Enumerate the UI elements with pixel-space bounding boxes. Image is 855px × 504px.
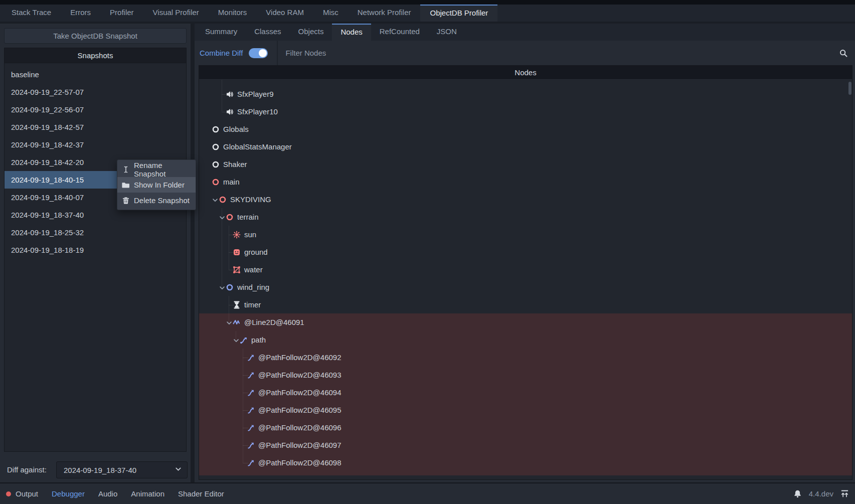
collapse-chevron-icon[interactable]: [226, 319, 233, 326]
ibeam-icon: [122, 165, 130, 174]
tree-node-row[interactable]: ground: [199, 243, 852, 261]
take-snapshot-button[interactable]: Take ObjectDB Snapshot: [4, 28, 187, 44]
tree-node-label: wind_ring: [237, 283, 269, 291]
tree-guide: [219, 91, 226, 98]
tree-guide: [205, 143, 212, 150]
tree-node-row[interactable]: @PathFollow2D@46093: [199, 366, 852, 384]
debugger-tab-visual-profiler[interactable]: Visual Profiler: [143, 5, 209, 22]
collapse-chevron-icon[interactable]: [219, 284, 226, 291]
view-tab-refcounted[interactable]: RefCounted: [371, 24, 428, 41]
context-menu-item-show-in-folder[interactable]: Show In Folder: [117, 177, 196, 193]
view-tab-json[interactable]: JSON: [428, 24, 465, 41]
tree-node-label: ground: [244, 248, 268, 256]
window-top-edge: [0, 0, 855, 5]
snapshot-item[interactable]: 2024-09-19_22-57-07: [5, 83, 186, 101]
bottom-panel-button-output[interactable]: Output: [6, 489, 38, 498]
debugger-tab-monitors[interactable]: Monitors: [209, 5, 257, 22]
snapshot-item[interactable]: baseline: [5, 66, 186, 83]
tree-node-label: @PathFollow2D@46094: [258, 388, 341, 397]
bottom-panel-buttons: OutputDebuggerAudioAnimationShader Edito…: [6, 489, 238, 498]
diff-against-dropdown[interactable]: 2024-09-19_18-37-40: [56, 461, 188, 478]
view-tab-nodes[interactable]: Nodes: [332, 24, 371, 41]
snapshots-header: Snapshots: [5, 48, 186, 63]
tree-node-row[interactable]: wind_ring: [199, 278, 852, 296]
tree-scrollbar[interactable]: [848, 81, 851, 477]
debugger-tab-misc[interactable]: Misc: [313, 5, 348, 22]
tree-node-row[interactable]: terrain: [199, 208, 852, 226]
view-tab-objects[interactable]: Objects: [290, 24, 332, 41]
debugger-tab-stack-trace[interactable]: Stack Trace: [2, 5, 61, 22]
snapshot-context-menu: Rename SnapshotShow In FolderDelete Snap…: [117, 159, 196, 210]
tree-scrollbar-thumb[interactable]: [848, 82, 851, 95]
view-tab-summary[interactable]: Summary: [197, 24, 246, 41]
tree-guide: [226, 231, 233, 238]
bottom-panel-button-label: Animation: [131, 489, 164, 498]
node-circle-icon: [212, 125, 220, 133]
tree-node-row[interactable]: @PathFollow2D@46092: [199, 349, 852, 366]
debugger-tab-video-ram[interactable]: Video RAM: [256, 5, 313, 22]
folder-icon: [122, 181, 130, 189]
combine-diff-toggle[interactable]: [249, 48, 268, 58]
tree-guide: [240, 407, 247, 414]
bottom-bar-right: 4.4.dev: [793, 489, 849, 498]
bottom-panel-button-label: Debugger: [52, 489, 85, 498]
snapshot-item[interactable]: 2024-09-19_18-42-57: [5, 118, 186, 136]
tree-node-row[interactable]: SKYDIVING: [199, 191, 852, 208]
tree-node-label: Globals: [223, 125, 249, 133]
context-menu-item-rename-snapshot[interactable]: Rename Snapshot: [117, 161, 196, 177]
diff-against-value: 2024-09-19_18-37-40: [64, 466, 175, 474]
tree-node-row[interactable]: @PathFollow2D@46094: [199, 384, 852, 401]
filter-nodes-field: [278, 41, 855, 65]
context-menu-label: Delete Snapshot: [134, 196, 190, 205]
filter-nodes-input[interactable]: [278, 48, 855, 58]
tree-node-row[interactable]: @PathFollow2D@46098: [199, 454, 852, 471]
tree-node-row[interactable]: @PathFollow2D@46095: [199, 401, 852, 419]
tree-guide: [226, 301, 233, 308]
context-menu-item-delete-snapshot[interactable]: Delete Snapshot: [117, 193, 196, 208]
debugger-window: Stack TraceErrorsProfilerVisual Profiler…: [0, 0, 855, 504]
collapse-chevron-icon[interactable]: [219, 214, 226, 221]
path2d-icon: [240, 336, 248, 344]
snapshot-item[interactable]: 2024-09-19_18-25-32: [5, 224, 186, 241]
debugger-tab-objectdb-profiler[interactable]: ObjectDB Profiler: [420, 5, 497, 22]
tree-node-row[interactable]: GlobalStatsManager: [199, 138, 852, 155]
tree-node-label: @Line2D@46091: [244, 318, 304, 326]
context-menu-label: Rename Snapshot: [134, 161, 191, 178]
tree-node-row[interactable]: Globals: [199, 120, 852, 138]
bottom-panel-button-shader-editor[interactable]: Shader Editor: [178, 489, 224, 498]
version-label: 4.4.dev: [809, 489, 833, 498]
bottom-panel-button-audio[interactable]: Audio: [98, 489, 117, 498]
snapshot-item[interactable]: 2024-09-19_22-56-07: [5, 101, 186, 118]
tree-node-row[interactable]: path: [199, 331, 852, 349]
tree-node-row[interactable]: timer: [199, 296, 852, 313]
nodes-toolbar: Combine Diff: [195, 41, 855, 65]
tree-node-row[interactable]: SfxPlayer10: [199, 103, 852, 120]
snapshot-item[interactable]: 2024-09-19_18-18-19: [5, 241, 186, 259]
notifications-bell-icon[interactable]: [793, 489, 802, 498]
tree-node-label: main: [223, 178, 240, 186]
debugger-tab-network-profiler[interactable]: Network Profiler: [348, 5, 421, 22]
debugger-tab-errors[interactable]: Errors: [61, 5, 100, 22]
snapshot-listbox: Snapshots baseline2024-09-19_22-57-07202…: [4, 48, 187, 452]
tree-node-row[interactable]: Shaker: [199, 155, 852, 173]
tree-node-row[interactable]: SfxPlayer9: [199, 85, 852, 103]
tree-guide: [205, 126, 212, 133]
debugger-tab-profiler[interactable]: Profiler: [100, 5, 143, 22]
tree-node-row[interactable]: main: [199, 173, 852, 191]
collapse-chevron-icon[interactable]: [233, 337, 240, 344]
expand-bottom-panel-icon[interactable]: [840, 489, 849, 498]
objectdb-profiler-panel: SummaryClassesObjectsNodesRefCountedJSON…: [195, 24, 855, 482]
tree-node-row[interactable]: @Line2D@46091: [199, 313, 852, 331]
tree-node-row[interactable]: sun: [199, 226, 852, 243]
tree-node-row[interactable]: @PathFollow2D@46096: [199, 419, 852, 436]
snapshot-item[interactable]: 2024-09-19_18-42-37: [5, 136, 186, 153]
tree-node-row[interactable]: @PathFollow2D@46097: [199, 436, 852, 454]
tree-node-label: SfxPlayer9: [237, 90, 274, 98]
collapse-chevron-icon[interactable]: [212, 196, 219, 203]
bottom-panel-button-debugger[interactable]: Debugger: [52, 489, 85, 498]
nodes-tree-header: Nodes: [199, 66, 852, 80]
tree-node-row[interactable]: water: [199, 261, 852, 278]
bottom-panel-button-animation[interactable]: Animation: [131, 489, 164, 498]
tree-node-label: GlobalStatsManager: [223, 142, 292, 151]
view-tab-classes[interactable]: Classes: [246, 24, 289, 41]
